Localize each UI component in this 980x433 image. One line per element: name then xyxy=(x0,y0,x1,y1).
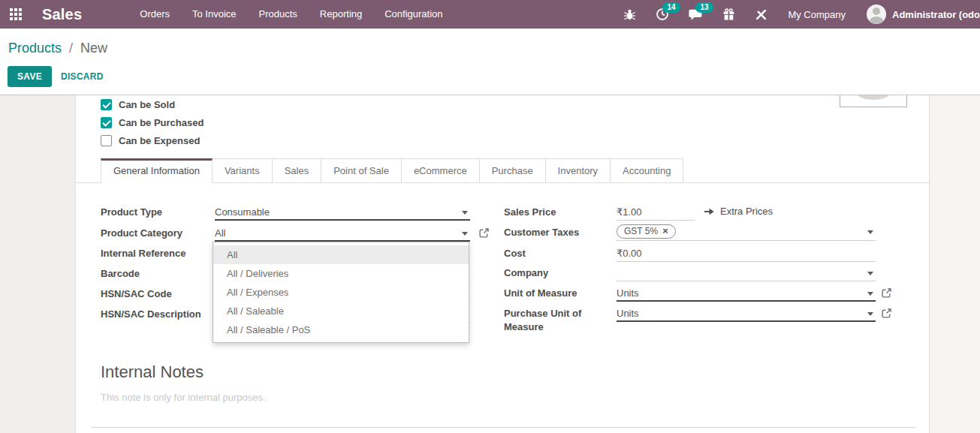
breadcrumb-separator: / xyxy=(65,41,77,56)
remove-tag-icon[interactable]: × xyxy=(662,227,668,236)
user-avatar xyxy=(867,5,886,24)
message-count-badge: 13 xyxy=(695,2,713,13)
product-image-placeholder[interactable] xyxy=(840,95,907,107)
purchase-unit-of-measure-input[interactable]: Units xyxy=(617,305,876,322)
company-switcher[interactable]: My Company xyxy=(777,9,856,20)
internal-notes-title: Internal Notes xyxy=(101,362,204,382)
gift-icon xyxy=(722,8,735,21)
menu-orders[interactable]: Orders xyxy=(128,0,181,29)
customer-taxes-input[interactable]: GST 5% × xyxy=(617,223,876,241)
customer-taxes-label: Customer Taxes xyxy=(504,226,579,239)
odoo-product-form-page: Sales Orders To Invoice Products Reporti… xyxy=(0,0,980,433)
breadcrumb-products-link[interactable]: Products xyxy=(8,41,62,56)
chatter-panel xyxy=(930,95,980,433)
barcode-label: Barcode xyxy=(101,267,140,281)
product-type-value: Consumable xyxy=(215,206,270,218)
form-view: Can be Sold Can be Purchased Can be Expe… xyxy=(0,95,980,433)
checkbox-checked-icon[interactable] xyxy=(101,117,112,128)
product-category-dropdown: All All / Deliveries All / Expenses All … xyxy=(213,242,469,343)
sales-price-input[interactable]: ₹1.00 xyxy=(617,204,695,221)
apps-menu-icon[interactable] xyxy=(10,8,22,20)
save-button[interactable]: SAVE xyxy=(8,66,52,87)
tab-general-information[interactable]: General Information xyxy=(101,158,213,183)
unit-of-measure-value: Units xyxy=(617,287,639,299)
unit-of-measure-input[interactable]: Units xyxy=(617,285,876,302)
external-link-icon[interactable] xyxy=(881,308,892,319)
app-title[interactable]: Sales xyxy=(42,6,82,23)
breadcrumb-current: New xyxy=(80,41,107,56)
notes-divider xyxy=(91,427,915,428)
tab-accounting[interactable]: Accounting xyxy=(611,158,683,182)
discard-button[interactable]: DISCARD xyxy=(58,66,107,87)
external-link-icon[interactable] xyxy=(881,287,892,299)
company-input[interactable] xyxy=(617,265,876,281)
internal-notes-placeholder[interactable]: This note is only for internal purposes. xyxy=(101,392,266,403)
activities-button[interactable]: 14 xyxy=(646,0,679,29)
menu-products[interactable]: Products xyxy=(248,0,309,29)
messages-button[interactable]: 13 xyxy=(679,0,713,29)
arrow-right-icon xyxy=(704,206,715,217)
control-panel: Products / New SAVE DISCARD xyxy=(0,29,980,95)
can-be-purchased-checkbox[interactable]: Can be Purchased xyxy=(101,116,204,129)
product-category-label: Product Category xyxy=(101,227,182,240)
tab-ecommerce[interactable]: eCommerce xyxy=(402,158,480,182)
gift-button[interactable] xyxy=(713,0,745,29)
menu-reporting[interactable]: Reporting xyxy=(309,0,373,29)
activity-count-badge: 14 xyxy=(662,2,680,13)
tab-purchase[interactable]: Purchase xyxy=(480,158,546,182)
user-menu[interactable]: Administrator (odo xyxy=(856,5,980,24)
main-menu: Orders To Invoice Products Reporting Con… xyxy=(128,0,454,29)
can-be-expensed-checkbox[interactable]: Can be Expensed xyxy=(101,134,200,147)
notebook-tabs: General Information Variants Sales Point… xyxy=(101,158,683,183)
hsn-sac-description-label: HSN/SAC Description xyxy=(101,308,201,321)
wrench-screwdriver-icon xyxy=(755,8,767,21)
cost-input[interactable]: ₹0.00 xyxy=(617,245,876,262)
chevron-down-icon[interactable] xyxy=(867,272,873,275)
chevron-down-icon[interactable] xyxy=(462,232,468,236)
chevron-down-icon[interactable] xyxy=(462,211,468,215)
bug-icon xyxy=(623,8,636,21)
navbar-systray: 14 13 xyxy=(614,0,980,29)
company-label: Company xyxy=(504,266,548,280)
menu-configuration[interactable]: Configuration xyxy=(373,0,454,29)
camera-icon xyxy=(856,95,891,100)
tools-button[interactable] xyxy=(745,0,777,29)
form-sheet: Can be Sold Can be Purchased Can be Expe… xyxy=(75,95,930,433)
can-be-sold-checkbox[interactable]: Can be Sold xyxy=(101,98,175,111)
dropdown-option-all-deliveries[interactable]: All / Deliveries xyxy=(213,264,469,283)
debug-bug-icon[interactable] xyxy=(614,0,646,29)
extra-prices-link[interactable]: Extra Prices xyxy=(704,206,773,217)
checkbox-unchecked-icon[interactable] xyxy=(101,135,112,146)
extra-prices-label: Extra Prices xyxy=(720,206,773,217)
dropdown-option-all-saleable[interactable]: All / Saleable xyxy=(213,302,469,320)
tab-inventory[interactable]: Inventory xyxy=(546,158,611,182)
checkbox-checked-icon[interactable] xyxy=(101,99,112,110)
tab-sales[interactable]: Sales xyxy=(273,158,322,182)
sales-price-value: ₹1.00 xyxy=(617,206,642,218)
cost-label: Cost xyxy=(504,247,526,260)
tab-point-of-sale[interactable]: Point of Sale xyxy=(321,158,402,182)
top-navbar: Sales Orders To Invoice Products Reporti… xyxy=(0,0,980,29)
external-link-icon[interactable] xyxy=(478,227,490,239)
dropdown-option-all[interactable]: All xyxy=(213,245,469,264)
unit-of-measure-label: Unit of Measure xyxy=(504,287,577,300)
can-be-purchased-label: Can be Purchased xyxy=(119,117,204,128)
menu-to-invoice[interactable]: To Invoice xyxy=(181,0,248,29)
chevron-down-icon[interactable] xyxy=(867,312,873,316)
tax-tag-label: GST 5% xyxy=(624,226,658,236)
internal-reference-label: Internal Reference xyxy=(101,247,185,260)
hsn-sac-code-label: HSN/SAC Code xyxy=(101,287,172,301)
user-name: Administrator (odo xyxy=(892,9,980,20)
product-type-select[interactable]: Consumable xyxy=(215,204,470,221)
breadcrumb: Products / New xyxy=(8,41,107,56)
can-be-sold-label: Can be Sold xyxy=(119,99,175,110)
tax-tag[interactable]: GST 5% × xyxy=(617,224,676,239)
dropdown-option-all-saleable-pos[interactable]: All / Saleable / PoS xyxy=(213,320,469,339)
purchase-unit-of-measure-value: Units xyxy=(617,308,639,319)
chevron-down-icon[interactable] xyxy=(867,292,873,296)
tab-variants[interactable]: Variants xyxy=(213,158,273,182)
product-category-input[interactable]: All xyxy=(215,225,470,242)
chevron-down-icon[interactable] xyxy=(867,230,873,234)
product-category-value: All xyxy=(215,227,225,239)
dropdown-option-all-expenses[interactable]: All / Expenses xyxy=(213,283,469,302)
